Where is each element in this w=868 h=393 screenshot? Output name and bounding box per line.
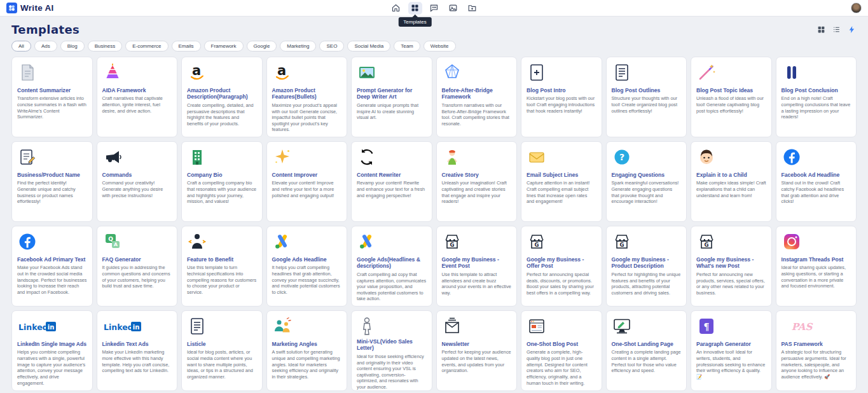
- template-card-amazon-product-description-paragraph[interactable]: aAmazon Product Description(Paragraph)Cr…: [181, 57, 263, 137]
- view-controls: [816, 25, 857, 34]
- svg-text:G: G: [450, 242, 454, 248]
- template-description: Maximize your product's appeal with our …: [272, 102, 342, 133]
- template-title: Content Rewriter: [357, 172, 427, 178]
- template-card-faq-generator[interactable]: QAFAQ GeneratorIt guides you in addressi…: [97, 226, 178, 307]
- template-card-content-rewriter[interactable]: Content RewriterRevamp your content! Rew…: [351, 141, 432, 222]
- template-card-listicle[interactable]: ListicleIdeal for blog posts, articles, …: [181, 310, 263, 391]
- browser-doc-icon: [527, 316, 596, 339]
- template-description: Use this template to turn technical spec…: [187, 265, 257, 295]
- template-card-business-product-name[interactable]: Business/Product NameFind the perfect id…: [11, 141, 93, 222]
- filter-emails[interactable]: Emails: [172, 41, 201, 52]
- svg-text:Q: Q: [108, 236, 113, 242]
- app-logo[interactable]: Write AI: [6, 3, 54, 13]
- template-card-google-my-business-product-description[interactable]: GGoogle my Business - Product Descriptio…: [606, 226, 687, 307]
- storefront-icon: G: [527, 231, 596, 254]
- nav-projects-icon[interactable]: [465, 2, 479, 15]
- doc-lines-icon: [612, 62, 682, 85]
- template-card-creative-story[interactable]: Creative StoryUnleash your imagination! …: [436, 141, 518, 222]
- user-avatar[interactable]: [851, 3, 862, 13]
- google-ads-icon: [272, 231, 342, 254]
- template-card-one-shot-blog-post[interactable]: One-Shot Blog PostGenerate a complete, h…: [521, 310, 602, 391]
- template-card-google-ads-headline[interactable]: Google Ads HeadlineIt helps you craft co…: [266, 226, 348, 307]
- svg-text:A: A: [114, 242, 118, 247]
- filter-blog[interactable]: Blog: [60, 41, 85, 52]
- template-card-pas-framework[interactable]: PASPAS FrameworkA strategic tool for str…: [776, 310, 857, 391]
- template-card-explain-it-to-a-child[interactable]: Explain it to a ChildMake complex ideas …: [691, 141, 772, 222]
- template-title: Content Summarizer: [17, 87, 87, 93]
- storefront-icon: G: [612, 231, 682, 254]
- template-title: Google my Business - What's new Post: [696, 256, 766, 270]
- template-card-amazon-product-features-bullets[interactable]: aAmazon Product Features(Bullets)Maximiz…: [266, 57, 348, 137]
- nav-home-icon[interactable]: [389, 2, 403, 15]
- template-card-blog-post-topic-ideas[interactable]: Blog Post Topic IdeasUnleash a flood of …: [691, 57, 772, 137]
- template-card-blog-post-intro[interactable]: Blog Post IntroKickstart your blog posts…: [521, 57, 602, 137]
- document-icon: [17, 62, 87, 85]
- template-card-prompt-generator-for-deep-writer-art[interactable]: Prompt Generator for Deep Writer ArtGene…: [351, 57, 432, 137]
- building-icon: [187, 147, 257, 170]
- filter-website[interactable]: Website: [424, 41, 456, 52]
- template-card-blog-post-outlines[interactable]: Blog Post OutlinesStructure your thought…: [606, 57, 687, 137]
- template-title: Google Ads(Headlines & descriptions): [357, 256, 427, 270]
- template-card-feature-to-benefit[interactable]: Feature to BenefitUse this template to t…: [181, 226, 263, 307]
- filter-ads[interactable]: Ads: [34, 41, 57, 52]
- nav-templates-icon[interactable]: [408, 2, 422, 15]
- flash-icon[interactable]: [847, 25, 857, 34]
- template-card-aida-framework[interactable]: AIDA FrameworkCraft narratives that capt…: [97, 57, 178, 137]
- template-card-newsletter[interactable]: NewsletterPerfect for keeping your audie…: [436, 310, 518, 391]
- template-card-content-improver[interactable]: Content ImproverElevate your content! Im…: [266, 141, 348, 222]
- filter-team[interactable]: Team: [394, 41, 420, 52]
- filter-seo[interactable]: SEO: [319, 41, 344, 52]
- template-card-company-bio[interactable]: Company BioCraft a compelling company bi…: [181, 141, 263, 222]
- template-title: Business/Product Name: [17, 172, 87, 178]
- template-card-engaging-questions[interactable]: ?Engaging QuestionsSpark meaningful conv…: [606, 141, 687, 222]
- template-title: Prompt Generator for Deep Writer Art: [357, 87, 427, 100]
- template-description: Transform narratives with our Before-Aft…: [442, 102, 512, 127]
- template-card-facebook-ad-headline[interactable]: Facebook Ad HeadlineStand out in the cro…: [776, 141, 857, 222]
- filter-e-commerce[interactable]: E-commerce: [125, 41, 168, 52]
- filter-all[interactable]: All: [11, 41, 31, 52]
- template-card-mini-vsl-video-sales-letter[interactable]: Mini-VSL(Video Sales Letter)Ideal for th…: [351, 310, 432, 391]
- template-card-linkedin-text-ads[interactable]: LinkedinLinkedin Text AdsMake your Linke…: [97, 310, 178, 391]
- template-description: Find the perfect identity! Generate uniq…: [17, 180, 87, 205]
- template-card-google-my-business-what-s-new-post[interactable]: GGoogle my Business - What's new PostPer…: [691, 226, 772, 307]
- doc-pencil-icon: [17, 147, 87, 170]
- template-description: Elevate your content! Improve and refine…: [272, 180, 342, 198]
- template-card-before-after-bridge-framework[interactable]: Before-After-Bridge FrameworkTransform n…: [436, 57, 518, 137]
- template-card-google-my-business-offer-post[interactable]: GGoogle my Business - Offer PostPerfect …: [521, 226, 602, 307]
- template-title: One-Shot Blog Post: [527, 341, 596, 347]
- svg-text:a: a: [192, 63, 201, 78]
- filter-framework[interactable]: Framework: [204, 41, 244, 52]
- template-card-one-shot-landing-page[interactable]: One-Shot Landing PageCreating a complete…: [606, 310, 687, 391]
- template-card-content-summarizer[interactable]: Content SummarizerTransform extensive ar…: [11, 57, 93, 137]
- person-sketch-icon: [357, 316, 427, 336]
- template-card-commands[interactable]: CommandsCommand your creativity! Generat…: [97, 141, 178, 222]
- template-card-linkedin-single-image-ads[interactable]: LinkedinLinkedIn Single Image AdsHelps y…: [11, 310, 93, 391]
- template-title: Amazon Product Features(Bullets): [272, 87, 342, 100]
- template-card-email-subject-lines[interactable]: Email Subject LinesCapture attention in …: [521, 141, 602, 222]
- top-bar: Write AI Templates: [0, 0, 868, 17]
- template-card-google-my-business-event-post[interactable]: GGoogle my Business - Event PostUse this…: [436, 226, 518, 307]
- template-card-facebook-ad-primary-text[interactable]: Facebook Ad Primary TextMake your Facebo…: [11, 226, 93, 307]
- template-card-google-ads-headlines-descriptions[interactable]: Google Ads(Headlines & descriptions)Craf…: [351, 226, 432, 307]
- template-card-marketing-angles[interactable]: Marketing AnglesA swift solution for gen…: [266, 310, 348, 391]
- grid-view-icon[interactable]: [816, 25, 826, 34]
- template-card-instagram-threads-post[interactable]: Instagram Threads PostIdeal for sharing …: [776, 226, 857, 307]
- filter-google[interactable]: Google: [247, 41, 277, 52]
- filter-social-media[interactable]: Social Media: [347, 41, 390, 52]
- storefront-icon: G: [442, 231, 512, 254]
- template-title: Google Ads Headline: [272, 256, 342, 263]
- template-card-blog-post-conclusion[interactable]: Blog Post ConclusionEnd on a high note! …: [776, 57, 857, 137]
- template-description: Generate unique prompts that inspire AI …: [357, 102, 427, 121]
- template-description: Craft a compelling company bio that reso…: [187, 180, 257, 205]
- svg-text:Linked: Linked: [104, 322, 134, 332]
- filter-marketing[interactable]: Marketing: [280, 41, 316, 52]
- filter-business[interactable]: Business: [88, 41, 122, 52]
- nav-assistant-icon[interactable]: [427, 2, 441, 15]
- list-view-icon[interactable]: [832, 25, 841, 34]
- template-title: Facebook Ad Headline: [782, 172, 851, 178]
- template-card-paragraph-generator[interactable]: ¶Paragraph GeneratorAn innovative tool! …: [691, 310, 772, 391]
- sparkle-star-icon: [272, 147, 342, 170]
- template-description: Capture attention in an instant! Craft c…: [527, 180, 596, 205]
- nav-images-icon[interactable]: [446, 2, 460, 15]
- svg-text:G: G: [619, 242, 624, 248]
